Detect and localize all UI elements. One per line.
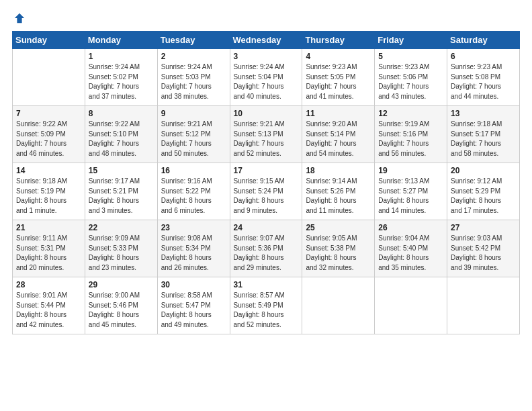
header-friday: Friday xyxy=(375,32,447,49)
day-number: 20 xyxy=(451,166,516,175)
day-number: 16 xyxy=(161,166,226,175)
day-number: 24 xyxy=(234,223,299,232)
day-number: 21 xyxy=(16,223,81,232)
day-info: Sunrise: 9:16 AMSunset: 5:22 PMDaylight:… xyxy=(161,177,226,216)
calendar-body: 1Sunrise: 9:24 AMSunset: 5:02 PMDaylight… xyxy=(13,49,520,334)
week-row-3: 14Sunrise: 9:18 AMSunset: 5:19 PMDayligh… xyxy=(13,163,520,220)
day-number: 3 xyxy=(234,52,299,61)
day-number: 23 xyxy=(161,223,226,232)
day-number: 4 xyxy=(306,52,371,61)
day-number: 6 xyxy=(451,52,516,61)
calendar-cell xyxy=(447,277,520,334)
header xyxy=(12,12,520,24)
calendar-cell: 9Sunrise: 9:21 AMSunset: 5:12 PMDaylight… xyxy=(157,106,230,163)
calendar-cell xyxy=(13,49,85,106)
calendar-cell: 24Sunrise: 9:07 AMSunset: 5:36 PMDayligh… xyxy=(230,220,302,277)
day-info: Sunrise: 9:12 AMSunset: 5:29 PMDaylight:… xyxy=(451,177,516,216)
page: SundayMondayTuesdayWednesdayThursdayFrid… xyxy=(0,0,532,411)
day-info: Sunrise: 9:13 AMSunset: 5:27 PMDaylight:… xyxy=(378,177,443,216)
day-info: Sunrise: 8:57 AMSunset: 5:49 PMDaylight:… xyxy=(234,291,299,330)
day-number: 14 xyxy=(16,166,81,175)
header-sunday: Sunday xyxy=(13,32,85,49)
header-monday: Monday xyxy=(85,32,157,49)
day-info: Sunrise: 9:15 AMSunset: 5:24 PMDaylight:… xyxy=(234,177,299,216)
day-info: Sunrise: 9:04 AMSunset: 5:40 PMDaylight:… xyxy=(378,234,443,273)
calendar-cell: 29Sunrise: 9:00 AMSunset: 5:46 PMDayligh… xyxy=(85,277,157,334)
day-info: Sunrise: 9:24 AMSunset: 5:03 PMDaylight:… xyxy=(161,62,226,101)
calendar-cell: 15Sunrise: 9:17 AMSunset: 5:21 PMDayligh… xyxy=(85,163,157,220)
calendar-cell: 2Sunrise: 9:24 AMSunset: 5:03 PMDaylight… xyxy=(157,49,230,106)
day-info: Sunrise: 9:22 AMSunset: 5:10 PMDaylight:… xyxy=(89,120,154,158)
day-info: Sunrise: 8:58 AMSunset: 5:47 PMDaylight:… xyxy=(161,291,226,330)
week-row-4: 21Sunrise: 9:11 AMSunset: 5:31 PMDayligh… xyxy=(13,220,520,277)
day-number: 26 xyxy=(378,223,443,232)
day-number: 1 xyxy=(89,52,154,61)
day-number: 30 xyxy=(161,280,226,289)
header-row: SundayMondayTuesdayWednesdayThursdayFrid… xyxy=(13,32,520,49)
calendar-cell: 27Sunrise: 9:03 AMSunset: 5:42 PMDayligh… xyxy=(447,220,520,277)
calendar-cell: 5Sunrise: 9:23 AMSunset: 5:06 PMDaylight… xyxy=(375,49,447,106)
calendar-cell: 26Sunrise: 9:04 AMSunset: 5:40 PMDayligh… xyxy=(375,220,447,277)
day-number: 2 xyxy=(161,52,226,61)
day-number: 19 xyxy=(378,166,443,175)
week-row-2: 7Sunrise: 9:22 AMSunset: 5:09 PMDaylight… xyxy=(13,106,520,163)
calendar-cell: 28Sunrise: 9:01 AMSunset: 5:44 PMDayligh… xyxy=(13,277,85,334)
day-number: 11 xyxy=(306,109,371,118)
calendar-cell xyxy=(375,277,447,334)
day-info: Sunrise: 9:07 AMSunset: 5:36 PMDaylight:… xyxy=(234,234,299,273)
week-row-5: 28Sunrise: 9:01 AMSunset: 5:44 PMDayligh… xyxy=(13,277,520,334)
calendar-cell: 21Sunrise: 9:11 AMSunset: 5:31 PMDayligh… xyxy=(13,220,85,277)
logo-text xyxy=(12,12,26,24)
day-number: 10 xyxy=(234,109,299,118)
day-number: 5 xyxy=(378,52,443,61)
day-info: Sunrise: 9:17 AMSunset: 5:21 PMDaylight:… xyxy=(89,177,154,216)
day-info: Sunrise: 9:23 AMSunset: 5:05 PMDaylight:… xyxy=(306,62,371,101)
calendar-cell: 17Sunrise: 9:15 AMSunset: 5:24 PMDayligh… xyxy=(230,163,302,220)
day-info: Sunrise: 9:08 AMSunset: 5:34 PMDaylight:… xyxy=(161,234,226,273)
svg-marker-0 xyxy=(15,13,24,23)
day-number: 25 xyxy=(306,223,371,232)
day-number: 12 xyxy=(378,109,443,118)
day-number: 17 xyxy=(234,166,299,175)
day-number: 13 xyxy=(451,109,516,118)
day-info: Sunrise: 9:23 AMSunset: 5:08 PMDaylight:… xyxy=(451,62,516,101)
calendar-cell: 13Sunrise: 9:18 AMSunset: 5:17 PMDayligh… xyxy=(447,106,520,163)
logo xyxy=(12,12,26,24)
calendar-cell: 18Sunrise: 9:14 AMSunset: 5:26 PMDayligh… xyxy=(302,163,375,220)
day-info: Sunrise: 9:18 AMSunset: 5:17 PMDaylight:… xyxy=(451,120,516,158)
day-info: Sunrise: 9:09 AMSunset: 5:33 PMDaylight:… xyxy=(89,234,154,273)
day-number: 18 xyxy=(306,166,371,175)
day-info: Sunrise: 9:03 AMSunset: 5:42 PMDaylight:… xyxy=(451,234,516,273)
day-info: Sunrise: 9:11 AMSunset: 5:31 PMDaylight:… xyxy=(16,234,81,273)
day-info: Sunrise: 9:14 AMSunset: 5:26 PMDaylight:… xyxy=(306,177,371,216)
calendar-cell: 22Sunrise: 9:09 AMSunset: 5:33 PMDayligh… xyxy=(85,220,157,277)
calendar-cell: 20Sunrise: 9:12 AMSunset: 5:29 PMDayligh… xyxy=(447,163,520,220)
calendar-cell: 10Sunrise: 9:21 AMSunset: 5:13 PMDayligh… xyxy=(230,106,302,163)
day-info: Sunrise: 9:00 AMSunset: 5:46 PMDaylight:… xyxy=(89,291,154,330)
day-number: 22 xyxy=(89,223,154,232)
calendar-table: SundayMondayTuesdayWednesdayThursdayFrid… xyxy=(12,31,520,334)
day-info: Sunrise: 9:24 AMSunset: 5:04 PMDaylight:… xyxy=(234,62,299,101)
calendar-header: SundayMondayTuesdayWednesdayThursdayFrid… xyxy=(13,32,520,49)
day-info: Sunrise: 9:01 AMSunset: 5:44 PMDaylight:… xyxy=(16,291,81,330)
calendar-cell: 25Sunrise: 9:05 AMSunset: 5:38 PMDayligh… xyxy=(302,220,375,277)
calendar-cell: 19Sunrise: 9:13 AMSunset: 5:27 PMDayligh… xyxy=(375,163,447,220)
day-number: 9 xyxy=(161,109,226,118)
day-info: Sunrise: 9:19 AMSunset: 5:16 PMDaylight:… xyxy=(378,120,443,158)
header-wednesday: Wednesday xyxy=(230,32,302,49)
day-number: 31 xyxy=(234,280,299,289)
calendar-cell: 30Sunrise: 8:58 AMSunset: 5:47 PMDayligh… xyxy=(157,277,230,334)
calendar-cell: 3Sunrise: 9:24 AMSunset: 5:04 PMDaylight… xyxy=(230,49,302,106)
header-saturday: Saturday xyxy=(447,32,520,49)
day-info: Sunrise: 9:22 AMSunset: 5:09 PMDaylight:… xyxy=(16,120,81,158)
day-number: 29 xyxy=(89,280,154,289)
calendar-cell: 31Sunrise: 8:57 AMSunset: 5:49 PMDayligh… xyxy=(230,277,302,334)
header-tuesday: Tuesday xyxy=(157,32,230,49)
calendar-cell: 14Sunrise: 9:18 AMSunset: 5:19 PMDayligh… xyxy=(13,163,85,220)
calendar-cell: 6Sunrise: 9:23 AMSunset: 5:08 PMDaylight… xyxy=(447,49,520,106)
day-info: Sunrise: 9:18 AMSunset: 5:19 PMDaylight:… xyxy=(16,177,81,216)
day-number: 8 xyxy=(89,109,154,118)
calendar-cell: 12Sunrise: 9:19 AMSunset: 5:16 PMDayligh… xyxy=(375,106,447,163)
calendar-cell: 23Sunrise: 9:08 AMSunset: 5:34 PMDayligh… xyxy=(157,220,230,277)
day-info: Sunrise: 9:21 AMSunset: 5:13 PMDaylight:… xyxy=(234,120,299,158)
